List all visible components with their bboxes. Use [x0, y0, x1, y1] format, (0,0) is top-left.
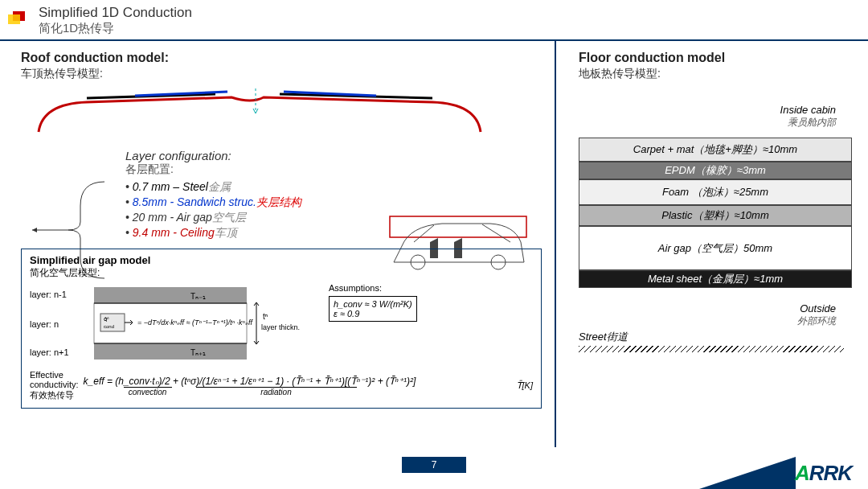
roof-subtitle: 车顶热传导模型: [21, 67, 542, 81]
title-chinese: 简化1D热传导 [39, 21, 192, 36]
layer-plastic: Plastic（塑料）≈10mm [579, 205, 852, 226]
footer-triangle-icon [699, 457, 796, 489]
assumption-values: h_conv ≈ 3 W/(m²K) ε ≈ 0.9 [329, 296, 417, 322]
t-axis-label: T̄[K] [517, 380, 533, 391]
svg-rect-9 [94, 343, 247, 360]
page-number: 7 [402, 457, 466, 473]
layer-foam: Foam （泡沫）≈25mm [579, 179, 852, 205]
left-column: Roof conduction model: 车顶热传导模型: Layer co… [0, 41, 555, 447]
keff-formula: k_eff = (h_conv·tₙ)/2 + (tⁿσ)/(1/εⁿ⁻¹ + … [84, 376, 416, 387]
floor-layer-stack: Inside cabin 乘员舱内部 Carpet + mat（地毯+脚垫）≈1… [579, 104, 852, 352]
airgap-model-box: Simplified air gap model 简化空气层模型: Tₙ₋₁ T… [21, 249, 542, 409]
radiation-label: radiation [196, 387, 357, 397]
street-label: Street街道 [579, 330, 628, 344]
roof-profile-diagram [14, 88, 497, 144]
svg-text:layer thickn.: layer thickn. [261, 323, 300, 331]
svg-text:Tₙ₊₁: Tₙ₊₁ [190, 348, 206, 357]
layer-config-sub: 各层配置: [125, 162, 542, 177]
layer-airgap: Air gap（空气层）50mm [579, 226, 852, 270]
assumptions-title: Assumptions: [329, 283, 417, 293]
layer-config-title: Layer configuration: [125, 149, 542, 162]
main-content: Roof conduction model: 车顶热传导模型: Layer co… [0, 41, 868, 447]
roof-title: Roof conduction model: [21, 51, 542, 65]
svg-text:q̇ⁿ: q̇ⁿ [104, 316, 109, 322]
convection-label: convection [124, 387, 172, 397]
layer-steel: 0.7 mm – Steel金属 [125, 180, 542, 195]
svg-line-4 [414, 225, 434, 242]
keff-equation: Effective conductivity: 有效热传导 k_eff = (h… [30, 370, 533, 401]
layer-metal: Metal sheet（金属层）≈1mm [579, 270, 852, 288]
airgap-sub: 简化空气层模型: [30, 266, 533, 280]
label-layer-np1: layer: n+1 [30, 347, 69, 357]
label-layer-n: layer: n [30, 319, 59, 329]
street-row: Street街道 [579, 330, 852, 344]
outside-label: Outside 外部环境 [579, 302, 836, 328]
keff-label: Effective conductivity: 有效热传导 [30, 370, 79, 401]
title-english: Simplified 1D Conduction [39, 5, 192, 21]
right-column: Floor conduction model 地板热传导模型: Inside c… [556, 41, 868, 447]
layer-epdm: EPDM（橡胶）≈3mm [579, 162, 852, 179]
slide-header: Simplified 1D Conduction 简化1D热传导 [0, 0, 868, 41]
layer-carpet: Carpet + mat（地毯+脚垫）≈10mm [579, 138, 852, 162]
floor-title: Floor conduction model [579, 51, 852, 65]
airgap-title: Simplified air gap model [30, 254, 533, 266]
assumptions: Assumptions: h_conv ≈ 3 W/(m²K) ε ≈ 0.9 [329, 283, 417, 364]
street-hatch-icon [579, 346, 844, 352]
airgap-diagram: Tₙ₋₁ Tₙ₊₁ q̇ⁿcond = −dTⁿ/dx·kⁿₑff ≈ (Tⁿ⁻… [30, 283, 311, 364]
svg-text:tⁿ: tⁿ [263, 312, 268, 321]
svg-text:Tₙ₋₁: Tₙ₋₁ [190, 292, 206, 301]
svg-rect-7 [94, 287, 247, 303]
svg-text:= −dTⁿ/dx·kⁿₑff ≈ (Tⁿ⁻¹−Tⁿ⁺¹)/: = −dTⁿ/dx·kⁿₑff ≈ (Tⁿ⁻¹−Tⁿ⁺¹)/tⁿ ·kⁿₑff [137, 318, 253, 327]
logo-icon [8, 5, 32, 24]
brand-logo: ARRK [795, 461, 852, 486]
floor-subtitle: 地板热传导模型: [579, 67, 852, 81]
slide-footer: 7 ARRK [0, 457, 868, 489]
svg-text:cond: cond [104, 324, 114, 329]
layer-sandwich: 8.5mm - Sandwich struc.夹层结构 [125, 195, 542, 210]
inside-label: Inside cabin 乘员舱内部 [579, 104, 836, 129]
label-layer-nm1: layer: n-1 [30, 290, 67, 299]
